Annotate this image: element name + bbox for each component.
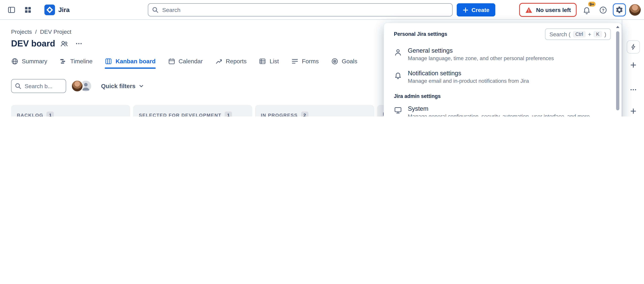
search-icon xyxy=(15,83,22,89)
chevron-down-icon xyxy=(138,83,144,89)
app-grid-icon xyxy=(24,6,32,14)
board-icon xyxy=(105,58,112,65)
quick-filters-label: Quick filters xyxy=(101,83,136,89)
settings-button[interactable] xyxy=(613,3,626,17)
notification-count-badge: 9+ xyxy=(588,1,596,8)
assignee-filter-avatar[interactable] xyxy=(71,80,84,92)
people-icon xyxy=(60,40,68,48)
create-button[interactable]: Create xyxy=(457,3,495,17)
menu-item-title: General settings xyxy=(408,47,554,54)
tab-label: Reports xyxy=(226,58,247,65)
tab-label: Forms xyxy=(302,58,319,65)
tab-label: Summary xyxy=(22,58,47,65)
lines-icon xyxy=(291,58,298,65)
ellipsis-icon xyxy=(630,86,637,93)
rail-more-button[interactable] xyxy=(627,83,640,96)
app-switcher-button[interactable] xyxy=(22,3,34,17)
tab-label: Goals xyxy=(342,58,357,65)
column-selected-for-development: SELECTED FOR DEVELOPMENT 1 API Integrati… xyxy=(133,105,252,116)
breadcrumb-projects-link[interactable]: Projects xyxy=(11,28,32,35)
plus-icon xyxy=(630,62,636,68)
tab-forms[interactable]: Forms xyxy=(291,58,319,65)
tab-label: Timeline xyxy=(70,58,92,65)
tab-goals[interactable]: Goals xyxy=(331,58,358,65)
help-button[interactable]: ? xyxy=(596,3,610,17)
column-count-badge: 1 xyxy=(47,112,54,116)
page-title: DEV board xyxy=(11,39,55,49)
sidebar-toggle-icon xyxy=(8,6,16,14)
scrollbar-thumb[interactable] xyxy=(616,31,620,110)
profile-avatar[interactable] xyxy=(629,4,641,16)
create-button-label: Create xyxy=(472,7,489,13)
rail-add-button[interactable] xyxy=(627,58,640,72)
target-icon xyxy=(331,58,338,65)
monitor-icon xyxy=(394,106,402,115)
jira-home-link[interactable]: Jira xyxy=(44,5,70,15)
assignee-filter-avatars xyxy=(71,80,92,92)
menu-item-notification-settings[interactable]: Notification settings Manage email and i… xyxy=(384,66,622,89)
column-name: BACKLOG xyxy=(17,113,43,116)
right-rail xyxy=(622,20,644,116)
timeline-icon xyxy=(60,58,67,65)
lightning-icon xyxy=(630,44,636,50)
menu-item-title: Notification settings xyxy=(408,70,529,77)
menu-item-title: System xyxy=(408,105,590,112)
menu-item-description: Manage email and in-product notification… xyxy=(408,78,529,85)
tab-label: Kanban board xyxy=(116,58,156,65)
menu-item-system[interactable]: System Manage general configuration, sec… xyxy=(384,101,622,116)
globe-icon xyxy=(11,58,18,65)
plus-icon xyxy=(630,108,636,114)
scroll-up-arrow[interactable] xyxy=(616,26,620,28)
ellipsis-icon xyxy=(75,40,83,47)
alert-label: No users left xyxy=(536,7,571,13)
breadcrumb-project-link[interactable]: DEV Project xyxy=(40,28,72,35)
rail-add-column-button[interactable] xyxy=(627,104,640,116)
tab-timeline[interactable]: Timeline xyxy=(60,58,93,65)
shortcut-plus: + xyxy=(588,31,591,37)
column-count-badge: 2 xyxy=(301,112,308,116)
tab-summary[interactable]: Summary xyxy=(11,58,47,65)
sidebar-toggle-button[interactable] xyxy=(5,3,18,17)
person-icon xyxy=(394,48,402,56)
settings-menu: Personal Jira settings Search ( Ctrl + K… xyxy=(384,23,622,116)
menu-item-description: Manage general configuration, security, … xyxy=(408,113,590,116)
line-chart-icon xyxy=(215,58,222,65)
application-window: Jira Create No users left xyxy=(0,0,644,116)
menu-item-general-settings[interactable]: General settings Manage language, time z… xyxy=(384,43,622,66)
menu-item-description: Manage language, time zone, and other pe… xyxy=(408,55,554,62)
calendar-icon xyxy=(168,58,175,65)
notifications-button[interactable]: 9+ xyxy=(580,3,593,17)
tab-reports[interactable]: Reports xyxy=(215,58,246,65)
svg-text:?: ? xyxy=(602,8,604,12)
column-in-progress: IN PROGRESS 2 Update Frontend Design to … xyxy=(255,105,374,116)
app-name: Jira xyxy=(58,6,70,14)
question-icon: ? xyxy=(599,6,607,14)
shortcut-label: Search ( xyxy=(550,31,570,37)
jira-logo-icon xyxy=(44,5,55,15)
breadcrumb-separator: / xyxy=(35,28,37,35)
column-backlog: BACKLOG 1 Implement API Endpoint for Ord… xyxy=(11,105,130,116)
top-navigation-bar: Jira Create No users left xyxy=(0,0,644,20)
settings-section-personal: Personal Jira settings xyxy=(394,31,447,37)
key-k: K xyxy=(594,31,602,38)
popup-scrollbar[interactable] xyxy=(616,25,620,116)
settings-section-jira-admin: Jira admin settings xyxy=(384,89,622,101)
table-icon xyxy=(259,58,266,65)
bell-icon xyxy=(394,71,402,79)
settings-search-shortcut[interactable]: Search ( Ctrl + K ) xyxy=(545,28,611,40)
tab-kanban-board[interactable]: Kanban board xyxy=(105,58,156,65)
key-ctrl: Ctrl xyxy=(573,31,586,38)
automation-button[interactable] xyxy=(627,40,640,54)
tab-calendar[interactable]: Calendar xyxy=(168,58,203,65)
board-members-button[interactable] xyxy=(58,38,70,49)
column-name: IN PROGRESS xyxy=(261,113,298,116)
no-users-left-button[interactable]: No users left xyxy=(519,3,576,17)
tab-label: Calendar xyxy=(178,58,203,65)
quick-filters-button[interactable]: Quick filters xyxy=(97,80,148,92)
column-count-badge: 1 xyxy=(225,112,232,116)
board-more-button[interactable] xyxy=(73,38,85,49)
global-search-input[interactable] xyxy=(148,3,453,17)
tab-list[interactable]: List xyxy=(259,58,279,65)
search-icon xyxy=(152,7,158,13)
gear-icon xyxy=(615,6,624,14)
